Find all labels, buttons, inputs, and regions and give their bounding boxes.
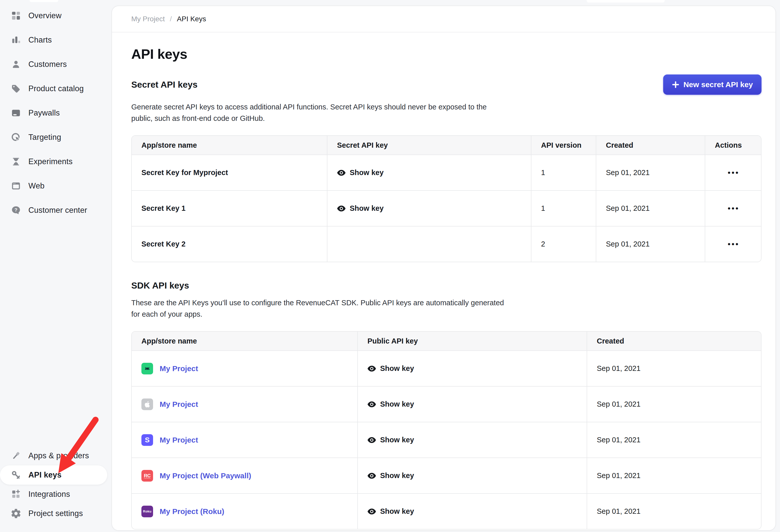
revenuecat-icon: RC bbox=[141, 470, 153, 482]
customers-icon bbox=[10, 58, 22, 70]
sidebar-item-project-settings[interactable]: Project settings bbox=[0, 504, 111, 523]
created-date: Sep 01, 2021 bbox=[596, 226, 705, 262]
secret-key-name: Secret Key 1 bbox=[132, 191, 328, 226]
breadcrumb-current: API Keys bbox=[177, 15, 206, 23]
new-secret-api-key-button-label: New secret API key bbox=[683, 80, 753, 89]
column-header: Created bbox=[587, 332, 762, 350]
sidebar-item-label: Customer center bbox=[29, 206, 87, 215]
table-row: Roku My Project (Roku) Show key Sep 01, … bbox=[132, 493, 761, 529]
sidebar-item-label: API keys bbox=[29, 470, 61, 480]
app-link[interactable]: RC My Project (Web Paywall) bbox=[141, 470, 251, 482]
sidebar-item-product-catalog[interactable]: Product catalog bbox=[0, 76, 111, 101]
sdk-table-header-row: App/store name Public API key Created bbox=[132, 332, 761, 350]
sidebar-item-charts[interactable]: Charts bbox=[0, 28, 111, 52]
sdk-api-keys-table: App/store name Public API key Created My… bbox=[131, 331, 762, 529]
table-row: Secret Key 1 Show key 1 Sep 01, 2021 ••• bbox=[132, 190, 761, 226]
created-date: Sep 01, 2021 bbox=[587, 494, 762, 529]
sidebar-item-targeting[interactable]: Targeting bbox=[0, 125, 111, 150]
svg-text:?: ? bbox=[14, 207, 17, 213]
show-key-button[interactable]: Show key bbox=[337, 204, 384, 213]
show-key-button[interactable]: Show key bbox=[337, 168, 384, 177]
main-panel: My Project / API Keys API keys Secret AP… bbox=[111, 6, 776, 531]
sidebar-item-integrations[interactable]: Integrations bbox=[0, 485, 111, 504]
sidebar-bottom-nav: Apps & providers API keys Integrations P… bbox=[0, 446, 111, 523]
sidebar-item-api-keys[interactable]: API keys bbox=[0, 465, 107, 485]
sidebar-item-label: Integrations bbox=[29, 490, 70, 499]
column-header: API version bbox=[531, 136, 596, 155]
sidebar-item-paywalls[interactable]: Paywalls bbox=[0, 101, 111, 125]
row-actions-menu-button[interactable]: ••• bbox=[728, 168, 740, 177]
secret-key-name: Secret Key for Myproject bbox=[132, 155, 328, 190]
breadcrumb-separator: / bbox=[170, 15, 172, 23]
created-date: Sep 01, 2021 bbox=[587, 458, 762, 493]
roku-icon: Roku bbox=[141, 506, 153, 517]
api-version: 1 bbox=[531, 191, 596, 226]
column-header: Created bbox=[596, 136, 705, 155]
sidebar-item-label: Experiments bbox=[29, 157, 73, 166]
table-row: My Project Show key Sep 01, 2021 bbox=[132, 386, 761, 422]
app-link[interactable]: Roku My Project (Roku) bbox=[141, 506, 224, 517]
sidebar-item-experiments[interactable]: Experiments bbox=[0, 150, 111, 174]
gear-icon bbox=[10, 508, 22, 519]
sdk-keys-heading: SDK API keys bbox=[131, 280, 756, 290]
table-row: S My Project Show key Sep 01, 2021 bbox=[132, 422, 761, 458]
android-icon bbox=[141, 363, 153, 374]
created-date: Sep 01, 2021 bbox=[596, 191, 705, 226]
sidebar-item-label: Web bbox=[29, 181, 45, 191]
api-version: 2 bbox=[531, 226, 596, 262]
secret-key-name: Secret Key 2 bbox=[132, 226, 328, 262]
column-header: Secret API key bbox=[328, 136, 531, 155]
target-cursor-icon bbox=[10, 131, 22, 143]
overview-icon bbox=[10, 10, 22, 21]
row-actions-menu-button[interactable]: ••• bbox=[728, 240, 740, 249]
api-version: 1 bbox=[531, 155, 596, 190]
eye-icon bbox=[368, 401, 376, 408]
table-row: Secret Key 2 2 Sep 01, 2021 ••• bbox=[132, 226, 761, 262]
show-key-button[interactable]: Show key bbox=[368, 436, 414, 444]
created-date: Sep 01, 2021 bbox=[587, 351, 762, 386]
new-secret-api-key-button[interactable]: New secret API key bbox=[663, 74, 762, 95]
integrations-icon bbox=[10, 488, 22, 500]
sdk-keys-description: These are the API Keys you’ll use to con… bbox=[131, 297, 756, 320]
plus-icon bbox=[672, 81, 679, 89]
hammer-icon bbox=[10, 450, 22, 462]
show-key-button[interactable]: Show key bbox=[368, 471, 414, 480]
breadcrumb: My Project / API Keys bbox=[112, 6, 775, 33]
show-key-button[interactable]: Show key bbox=[368, 364, 414, 373]
column-header: Actions bbox=[705, 136, 762, 155]
sidebar-item-label: Overview bbox=[29, 11, 61, 20]
sidebar-item-apps-providers[interactable]: Apps & providers bbox=[0, 446, 111, 465]
app-link[interactable]: My Project bbox=[141, 363, 198, 374]
show-key-button[interactable]: Show key bbox=[368, 507, 414, 516]
eye-icon bbox=[368, 365, 376, 372]
table-row: Secret Key for Myproject Show key 1 Sep … bbox=[132, 155, 761, 190]
sidebar-item-label: Paywalls bbox=[29, 108, 60, 117]
sidebar-main-nav: Overview Charts Customers Product catalo… bbox=[0, 4, 111, 222]
top-edge-cutoff-element bbox=[30, 0, 58, 2]
column-header: App/store name bbox=[132, 332, 358, 350]
help-bubble-icon: ? bbox=[10, 204, 22, 216]
sidebar-item-label: Product catalog bbox=[29, 84, 84, 93]
app-link[interactable]: S My Project bbox=[141, 434, 198, 446]
key-icon bbox=[10, 469, 22, 481]
page-title: API keys bbox=[131, 46, 756, 62]
sidebar-item-label: Targeting bbox=[29, 133, 61, 142]
empty-key-cell bbox=[328, 226, 531, 262]
sidebar-item-customers[interactable]: Customers bbox=[0, 52, 111, 76]
created-date: Sep 01, 2021 bbox=[587, 386, 762, 422]
top-edge-cutoff-element bbox=[587, 0, 665, 3]
eye-icon bbox=[337, 169, 346, 176]
sidebar-item-label: Apps & providers bbox=[29, 451, 89, 460]
breadcrumb-project-link[interactable]: My Project bbox=[131, 15, 165, 23]
sidebar-item-customer-center[interactable]: ? Customer center bbox=[0, 198, 111, 222]
app-link[interactable]: My Project bbox=[141, 398, 198, 410]
show-key-button[interactable]: Show key bbox=[368, 400, 414, 408]
sidebar-item-label: Project settings bbox=[29, 509, 83, 518]
sidebar-item-overview[interactable]: Overview bbox=[0, 4, 111, 28]
column-header: Public API key bbox=[358, 332, 587, 350]
charts-icon bbox=[10, 34, 22, 46]
secret-keys-heading: Secret API keys bbox=[131, 79, 197, 90]
row-actions-menu-button[interactable]: ••• bbox=[728, 204, 740, 213]
stripe-icon: S bbox=[141, 434, 153, 446]
sidebar-item-web[interactable]: Web bbox=[0, 174, 111, 198]
